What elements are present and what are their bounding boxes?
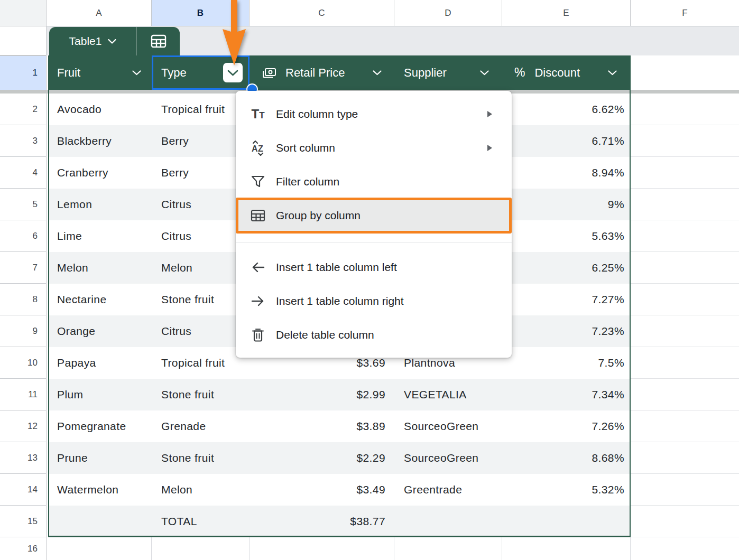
row-header-3[interactable]: 3 bbox=[0, 125, 47, 157]
cell-fruit[interactable]: Lemon bbox=[57, 189, 92, 220]
table-chip[interactable]: Table1 bbox=[49, 27, 180, 55]
column-header-b[interactable]: B bbox=[152, 0, 250, 26]
cell-d16[interactable] bbox=[394, 537, 502, 560]
cell-total-label[interactable]: TOTAL bbox=[161, 506, 197, 537]
table-menu-button[interactable] bbox=[137, 27, 180, 55]
cell-discount[interactable]: 8.68% bbox=[502, 442, 624, 474]
row-header-11[interactable]: 11 bbox=[0, 379, 47, 410]
row-header-4[interactable]: 4 bbox=[0, 157, 47, 189]
cell-discount[interactable]: 5.32% bbox=[502, 474, 624, 506]
cell-f[interactable] bbox=[631, 410, 739, 442]
cell-type[interactable]: Berry bbox=[161, 125, 189, 157]
cell-f[interactable] bbox=[631, 284, 739, 315]
menu-item-filter-column[interactable]: Filter column bbox=[236, 165, 512, 199]
cell-type[interactable]: Berry bbox=[161, 157, 189, 189]
chevron-down-icon[interactable] bbox=[480, 70, 489, 76]
cell-price[interactable]: $3.49 bbox=[250, 474, 385, 506]
column-header-d[interactable]: D bbox=[394, 0, 502, 26]
row-header-12[interactable]: 12 bbox=[0, 410, 47, 442]
column-header-a[interactable]: A bbox=[47, 0, 152, 26]
cell-discount[interactable]: 7.27% bbox=[502, 284, 624, 315]
cell-f16[interactable] bbox=[631, 537, 739, 560]
cell-f[interactable] bbox=[631, 94, 739, 125]
row-header-1[interactable]: 1 bbox=[0, 55, 47, 90]
cell-fruit[interactable]: Melon bbox=[57, 252, 88, 284]
cell-fruit[interactable]: Plum bbox=[57, 379, 83, 410]
cell-f[interactable] bbox=[631, 379, 739, 410]
row-header-16[interactable]: 16 bbox=[0, 537, 47, 560]
row-header-2[interactable]: 2 bbox=[0, 94, 47, 125]
cell-e16[interactable] bbox=[502, 537, 631, 560]
cell-type[interactable]: Citrus bbox=[161, 189, 191, 220]
row-header-10[interactable]: 10 bbox=[0, 347, 47, 379]
cell-fruit[interactable]: Cranberry bbox=[57, 157, 108, 189]
cell-supplier[interactable]: VEGETALIA bbox=[404, 379, 467, 410]
cell-type[interactable]: Melon bbox=[161, 252, 192, 284]
cell-fruit[interactable]: Lime bbox=[57, 220, 82, 252]
cell-f[interactable] bbox=[631, 125, 739, 157]
cell-type[interactable]: Stone fruit bbox=[161, 442, 214, 474]
row-header-8[interactable]: 8 bbox=[0, 284, 47, 315]
cell-discount[interactable]: 8.94% bbox=[502, 157, 624, 189]
cell-price[interactable]: $3.89 bbox=[250, 410, 385, 442]
table-header-discount[interactable]: % Discount bbox=[502, 55, 631, 90]
cell-type[interactable]: Citrus bbox=[161, 220, 191, 252]
cell-fruit[interactable]: Pomegranate bbox=[57, 410, 126, 442]
cell-supplier[interactable]: SourceoGreen bbox=[404, 442, 478, 474]
cell-f[interactable] bbox=[631, 315, 739, 347]
menu-item-edit-column-type[interactable]: TT Edit column type bbox=[236, 97, 512, 131]
cell-b16[interactable] bbox=[152, 537, 250, 560]
menu-item-insert-column-left[interactable]: Insert 1 table column left bbox=[236, 250, 512, 284]
table-header-fruit[interactable]: Fruit bbox=[48, 55, 152, 90]
cell-f[interactable] bbox=[631, 189, 739, 220]
cell-type[interactable]: Citrus bbox=[161, 315, 191, 347]
table-name-button[interactable]: Table1 bbox=[49, 27, 136, 55]
cell-f[interactable] bbox=[631, 220, 739, 252]
cell-price[interactable]: $2.99 bbox=[250, 379, 385, 410]
menu-item-sort-column[interactable]: A Z Sort column bbox=[236, 131, 512, 165]
table-header-type[interactable]: Type bbox=[152, 55, 250, 90]
cell-f[interactable] bbox=[631, 252, 739, 284]
table-header-retail-price[interactable]: Retail Price bbox=[250, 55, 394, 90]
cell-discount[interactable]: 7.5% bbox=[502, 347, 624, 379]
cell-discount[interactable]: 6.71% bbox=[502, 125, 624, 157]
cell-discount[interactable]: 5.63% bbox=[502, 220, 624, 252]
cell-fruit[interactable]: Orange bbox=[57, 315, 95, 347]
row-header-13[interactable]: 13 bbox=[0, 442, 47, 474]
cell-total-price[interactable]: $38.77 bbox=[250, 506, 385, 537]
cell-discount[interactable]: 6.62% bbox=[502, 94, 624, 125]
cell-discount[interactable]: 9% bbox=[502, 189, 624, 220]
cell-a16[interactable] bbox=[48, 537, 152, 560]
row-header-15[interactable]: 15 bbox=[0, 506, 47, 537]
cell-type[interactable]: Tropical fruit bbox=[161, 347, 225, 379]
row-header-14[interactable]: 14 bbox=[0, 474, 47, 506]
cell-fruit[interactable]: Prune bbox=[57, 442, 88, 474]
cell-c16[interactable] bbox=[250, 537, 394, 560]
cell-f1[interactable] bbox=[631, 55, 739, 90]
chevron-down-icon[interactable] bbox=[608, 70, 617, 76]
cell-discount[interactable]: 7.23% bbox=[502, 315, 624, 347]
cell-fruit[interactable]: Avocado bbox=[57, 94, 101, 125]
cell-discount[interactable]: 7.26% bbox=[502, 410, 624, 442]
type-column-dropdown-button[interactable] bbox=[223, 63, 243, 82]
chevron-down-icon[interactable] bbox=[132, 70, 141, 76]
cell-price[interactable]: $2.29 bbox=[250, 442, 385, 474]
cell-f[interactable] bbox=[631, 474, 739, 506]
row-header-5[interactable]: 5 bbox=[0, 189, 47, 220]
row-header-6[interactable]: 6 bbox=[0, 220, 47, 252]
cell-f[interactable] bbox=[631, 442, 739, 474]
cell-discount[interactable]: 7.34% bbox=[502, 379, 624, 410]
cell-discount[interactable]: 6.25% bbox=[502, 252, 624, 284]
menu-item-delete-column[interactable]: Delete table column bbox=[236, 318, 512, 352]
cell-f[interactable] bbox=[631, 506, 739, 537]
cell-type[interactable]: Tropical fruit bbox=[161, 94, 225, 125]
cell-discount[interactable] bbox=[502, 506, 624, 537]
cell-type[interactable]: Stone fruit bbox=[161, 284, 214, 315]
row-header-7[interactable]: 7 bbox=[0, 252, 47, 284]
cell-fruit[interactable]: Nectarine bbox=[57, 284, 106, 315]
select-all-corner[interactable] bbox=[0, 0, 47, 26]
cell-type[interactable]: Melon bbox=[161, 474, 192, 506]
menu-item-group-by-column[interactable]: Group by column bbox=[236, 199, 512, 232]
column-header-f[interactable]: F bbox=[631, 0, 739, 26]
cell-supplier[interactable]: Greentrade bbox=[404, 474, 462, 506]
